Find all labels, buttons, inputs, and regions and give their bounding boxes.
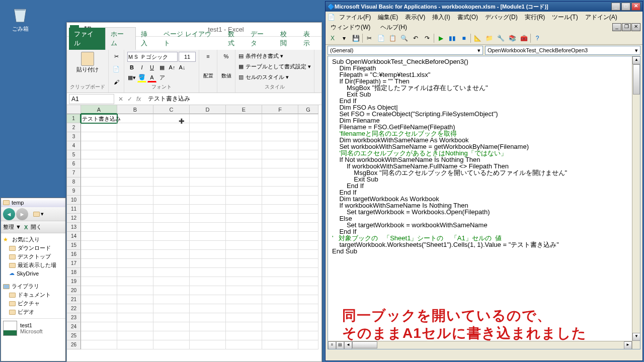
- cell[interactable]: [298, 304, 318, 313]
- view-proc-button[interactable]: ▤: [336, 341, 344, 349]
- cell[interactable]: [153, 132, 190, 141]
- cell[interactable]: [190, 313, 226, 322]
- project-explorer-button[interactable]: 📁: [484, 33, 494, 43]
- cell[interactable]: [117, 268, 153, 277]
- cell[interactable]: [226, 313, 262, 322]
- row-header[interactable]: 6: [67, 159, 81, 168]
- cell[interactable]: [117, 259, 153, 268]
- name-box[interactable]: [69, 94, 114, 104]
- mdi-restore[interactable]: ❐: [622, 23, 631, 31]
- cell[interactable]: [298, 168, 318, 177]
- cell[interactable]: [190, 177, 226, 187]
- properties-button[interactable]: 🔧: [496, 33, 506, 43]
- cell[interactable]: [226, 168, 262, 177]
- col-header[interactable]: B: [117, 105, 153, 114]
- row-header[interactable]: 25: [67, 331, 81, 340]
- menu-tools[interactable]: ツール(T): [549, 12, 581, 23]
- row-header[interactable]: 15: [67, 241, 81, 250]
- cell[interactable]: [298, 223, 318, 232]
- align-icon[interactable]: ≡: [204, 52, 213, 61]
- vertical-scrollbar[interactable]: ▲ ▼: [632, 56, 640, 349]
- cell[interactable]: [81, 295, 117, 304]
- cell[interactable]: [190, 196, 226, 205]
- formula-bar[interactable]: テスト書き込み: [145, 95, 321, 103]
- cell[interactable]: [117, 132, 153, 141]
- cell[interactable]: [81, 187, 117, 196]
- cell[interactable]: [190, 132, 226, 141]
- cell[interactable]: [226, 340, 262, 349]
- cell[interactable]: [298, 232, 318, 241]
- find-button[interactable]: 🔍: [399, 33, 409, 43]
- enter-formula[interactable]: ✓: [127, 96, 132, 103]
- cell[interactable]: [226, 141, 262, 150]
- library-node[interactable]: ライブラリ: [2, 282, 64, 291]
- cell[interactable]: [153, 322, 190, 331]
- cell[interactable]: [117, 286, 153, 295]
- scroll-up-button[interactable]: ▲: [632, 56, 640, 64]
- vba-titlebar[interactable]: 🔷 Microsoft Visual Basic for Application…: [326, 2, 642, 12]
- worksheet-grid[interactable]: A B C D E F G 1テスト書き込み234567891011121314…: [67, 105, 321, 349]
- menu-window[interactable]: ウィンドウ(W): [328, 22, 373, 33]
- cell[interactable]: [298, 340, 318, 349]
- back-button[interactable]: ◄: [3, 208, 15, 220]
- cell[interactable]: [298, 259, 318, 268]
- menu-insert[interactable]: 挿入(I): [429, 12, 453, 23]
- cell[interactable]: [81, 241, 117, 250]
- file-item[interactable]: test1Microsoft: [1, 318, 65, 338]
- fill-color-button[interactable]: 🪣: [137, 73, 146, 82]
- row-header[interactable]: 7: [67, 168, 81, 177]
- cell[interactable]: [81, 340, 117, 349]
- cell[interactable]: [262, 187, 298, 196]
- procedure-dropdown[interactable]: OpenWorkbookTest_CheckBeforeOpen3▾: [485, 46, 640, 55]
- cell[interactable]: [81, 150, 117, 159]
- paste-button[interactable]: 貼り付け: [70, 52, 105, 73]
- font-color-button[interactable]: A: [147, 73, 156, 82]
- cell[interactable]: [262, 295, 298, 304]
- cell[interactable]: [262, 322, 298, 331]
- cell[interactable]: [153, 304, 190, 313]
- cell[interactable]: [298, 295, 318, 304]
- run-button[interactable]: ▶: [436, 33, 446, 43]
- cell[interactable]: [81, 259, 117, 268]
- table-format-button[interactable]: ▦テーブルとして書式設定 ▾: [238, 62, 311, 71]
- cell[interactable]: [81, 268, 117, 277]
- bold-button[interactable]: B: [127, 63, 136, 72]
- row-header[interactable]: 26: [67, 340, 81, 349]
- cell[interactable]: [153, 187, 190, 196]
- cell[interactable]: [262, 304, 298, 313]
- cell[interactable]: [117, 159, 153, 168]
- cell[interactable]: [262, 159, 298, 168]
- cell[interactable]: [153, 177, 190, 187]
- scroll-thumb[interactable]: [633, 64, 640, 95]
- cell[interactable]: [262, 223, 298, 232]
- cell[interactable]: [262, 232, 298, 241]
- font-decrease[interactable]: A↓: [178, 63, 187, 72]
- row-header[interactable]: 21: [67, 295, 81, 304]
- cell[interactable]: [262, 250, 298, 259]
- cell[interactable]: [81, 277, 117, 286]
- view-excel-button[interactable]: X: [328, 33, 338, 43]
- cell[interactable]: [298, 123, 318, 132]
- cell[interactable]: [226, 223, 262, 232]
- col-header[interactable]: D: [190, 105, 226, 114]
- cell[interactable]: [226, 123, 262, 132]
- tab-insert[interactable]: 挿入: [136, 28, 159, 50]
- cell[interactable]: [190, 141, 226, 150]
- code-editor[interactable]: Sub OpenWorkbookTest_CheckBeforeOpen3() …: [328, 56, 640, 349]
- cell[interactable]: [81, 232, 117, 241]
- cell[interactable]: [190, 123, 226, 132]
- cell[interactable]: [153, 150, 190, 159]
- cell[interactable]: [153, 313, 190, 322]
- cell[interactable]: [226, 196, 262, 205]
- font-name-select[interactable]: [127, 52, 178, 62]
- col-header[interactable]: G: [298, 105, 318, 114]
- cell[interactable]: [262, 123, 298, 132]
- cut-button[interactable]: ✂: [364, 33, 374, 43]
- cell[interactable]: [190, 259, 226, 268]
- cell[interactable]: [117, 313, 153, 322]
- documents-node[interactable]: ドキュメント: [2, 291, 64, 299]
- cell[interactable]: [262, 286, 298, 295]
- cell[interactable]: [226, 331, 262, 340]
- cell[interactable]: [190, 150, 226, 159]
- cell[interactable]: [81, 196, 117, 205]
